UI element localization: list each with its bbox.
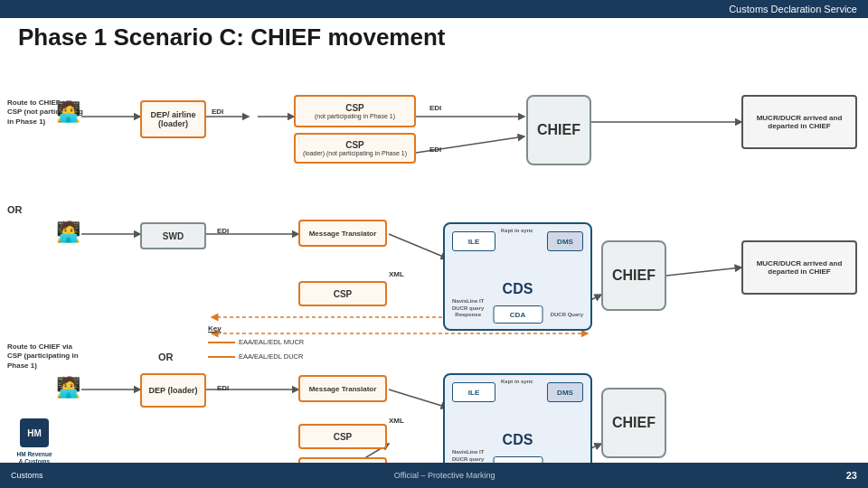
footer-customs: Customs bbox=[11, 471, 43, 480]
route-label-2: Route to CHIEF via CSP (participating in… bbox=[7, 343, 89, 371]
person-icon-2: 🧑‍💻 bbox=[56, 221, 80, 244]
footer: Customs Official – Protective Marking 23 bbox=[0, 463, 868, 488]
cda-box-2: CDA bbox=[493, 305, 542, 324]
edi-label-s2: EDI bbox=[217, 227, 229, 235]
msg-trans-box-3: Message Translator bbox=[298, 375, 387, 402]
xml-label-3: XML bbox=[389, 417, 404, 425]
arrows-layer bbox=[0, 55, 868, 488]
cds-label-2: CDS bbox=[503, 281, 533, 297]
mucr-box-1: MUCR/DUCR arrived and departed in CHIEF bbox=[741, 95, 857, 149]
swd-box: SWD bbox=[140, 222, 206, 249]
mucr-box-2: MUCR/DUCR arrived and departed in CHIEF bbox=[741, 240, 857, 295]
person-icon-3: 🧑‍💻 bbox=[56, 376, 80, 399]
footer-marking: Official – Protective Marking bbox=[394, 471, 495, 480]
kept-in-sync-3: Kept in sync bbox=[501, 379, 533, 384]
chief-box-1: CHIEF bbox=[526, 95, 591, 165]
kept-in-sync-2: Kept in sync bbox=[501, 228, 533, 233]
edi-label-1: EDI bbox=[212, 108, 223, 116]
footer-left: Customs bbox=[11, 471, 43, 480]
or-label-2: OR bbox=[158, 352, 174, 362]
hmrc-logo: HM bbox=[18, 417, 51, 449]
chief-box-3: CHIEF bbox=[601, 388, 666, 458]
csp-box-2: CSP bbox=[298, 281, 387, 306]
person-icon-1: 🧑‍💻 bbox=[56, 100, 80, 124]
svg-line-21 bbox=[666, 267, 741, 276]
key-items: EAA/EAL/EDL MUCR EAA/EAL/EDL DUCR bbox=[208, 337, 304, 362]
cds-outer-box-2: ILE Kept in sync DMS CDS NavisLine ITDUC… bbox=[443, 222, 592, 331]
edi-label-s3: EDI bbox=[217, 384, 229, 392]
svg-text:HM: HM bbox=[27, 428, 42, 438]
chief-box-2: CHIEF bbox=[601, 240, 666, 311]
xml-label-2: XML bbox=[389, 270, 404, 278]
chief-mucr-arrow-1 bbox=[0, 55, 868, 173]
header-bar: Customs Declaration Service bbox=[0, 0, 868, 18]
cds-label-3: CDS bbox=[503, 432, 533, 448]
header-title: Customs Declaration Service bbox=[729, 4, 857, 14]
eaa-arrows-3 bbox=[0, 55, 868, 488]
chief-mucr-arrow-2 bbox=[0, 55, 868, 344]
csp-box-3: CSP bbox=[298, 424, 387, 449]
main-content: Route to CHIEF via CSP (not participatin… bbox=[0, 55, 868, 488]
svg-line-13 bbox=[389, 389, 448, 408]
page-title: Phase 1 Scenario C: CHIEF movement bbox=[0, 18, 868, 55]
ile-box-3: ILE bbox=[452, 382, 495, 402]
msg-trans-box-2: Message Translator bbox=[298, 220, 387, 247]
dep-airline-box: DEP/ airline (loader) bbox=[140, 100, 206, 138]
dms-box-2: DMS bbox=[547, 231, 583, 251]
footer-page-number: 23 bbox=[846, 470, 857, 481]
svg-line-7 bbox=[389, 234, 448, 258]
dms-box-3: DMS bbox=[547, 382, 583, 402]
key-label: Key bbox=[208, 324, 222, 333]
ducr-query-label-2: DUCR Query bbox=[551, 312, 583, 318]
edi-label-3: EDI bbox=[429, 145, 441, 154]
or-label-1: OR bbox=[7, 204, 23, 215]
edi-label-2: EDI bbox=[429, 104, 441, 112]
csp1-box: CSP (not participating in Phase 1) bbox=[294, 95, 416, 127]
dep-loader-box-3: DEP (loader) bbox=[140, 373, 206, 408]
logo-area: HM HM Revenue & Customs bbox=[7, 417, 61, 466]
csp2-box: CSP (loader) (not participating in Phase… bbox=[294, 133, 416, 164]
navisline-label-2: NavisLine ITDUCR queryResponse bbox=[452, 298, 484, 318]
ile-box-2: ILE bbox=[452, 231, 495, 251]
